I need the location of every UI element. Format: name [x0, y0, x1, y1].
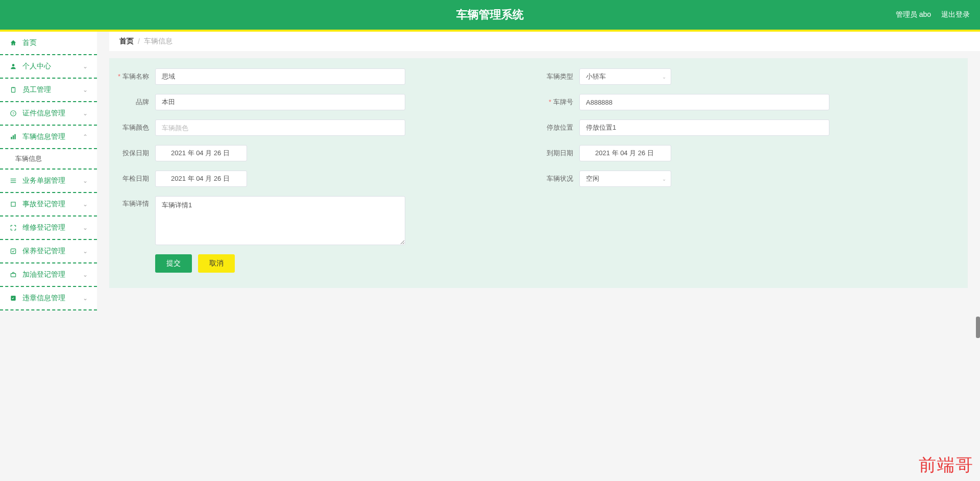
sidebar-item-repair[interactable]: 维修登记管理 ⌄ — [0, 217, 97, 240]
svg-rect-8 — [11, 180, 16, 181]
menu-icon — [9, 177, 17, 185]
user-icon — [9, 62, 17, 70]
svg-point-0 — [12, 64, 15, 66]
chevron-down-icon: ⌄ — [83, 201, 88, 208]
svg-rect-12 — [11, 274, 15, 277]
svg-rect-9 — [11, 182, 16, 183]
inspect-date-label: 年检日期 — [114, 174, 155, 183]
color-input[interactable] — [155, 119, 405, 136]
sidebar-item-label: 违章信息管理 — [22, 294, 83, 303]
sidebar-item-label: 车辆信息管理 — [22, 132, 83, 141]
sidebar-item-label: 首页 — [22, 38, 88, 47]
chevron-down-icon: ⌄ — [83, 271, 88, 278]
main-content: 首页 / 车辆信息 车辆名称 车辆类型 ⌄ — [97, 32, 980, 310]
svg-rect-5 — [13, 135, 14, 139]
breadcrumb-separator: / — [138, 37, 140, 45]
plate-label: 车牌号 — [538, 98, 579, 107]
sidebar-item-fuel[interactable]: 加油登记管理 ⌄ — [0, 263, 97, 287]
chevron-up-icon: ⌃ — [83, 133, 88, 140]
sidebar-item-label: 证件信息管理 — [22, 109, 83, 118]
inspect-date-input[interactable] — [155, 171, 247, 187]
brand-input[interactable] — [155, 94, 405, 110]
user-label[interactable]: 管理员 abo — [896, 10, 931, 19]
sidebar-item-label: 事故登记管理 — [22, 200, 83, 209]
svg-rect-7 — [11, 179, 16, 179]
park-input[interactable] — [579, 119, 829, 136]
chevron-down-icon: ⌄ — [83, 295, 88, 302]
breadcrumb-current: 车辆信息 — [144, 37, 173, 46]
color-label: 车辆颜色 — [114, 123, 155, 132]
detail-label: 车辆详情 — [114, 196, 155, 208]
insure-date-label: 投保日期 — [114, 149, 155, 158]
cancel-button[interactable]: 取消 — [198, 254, 235, 273]
sidebar-item-staff[interactable]: 员工管理 ⌄ — [0, 79, 97, 102]
header-right: 管理员 abo 退出登录 — [896, 10, 970, 19]
logout-link[interactable]: 退出登录 — [941, 10, 970, 19]
expand-icon — [9, 224, 17, 232]
expire-date-input[interactable] — [579, 145, 671, 161]
button-row: 提交 取消 — [114, 254, 963, 273]
vehicle-type-label: 车辆类型 — [538, 72, 579, 81]
form-panel: 车辆名称 车辆类型 ⌄ 品牌 车牌号 — [109, 58, 968, 288]
vehicle-name-input[interactable] — [155, 68, 405, 85]
help-icon: ? — [9, 109, 17, 117]
sidebar-item-vehicle[interactable]: 车辆信息管理 ⌃ — [0, 126, 97, 149]
app-header: 车辆管理系统 管理员 abo 退出登录 — [0, 0, 980, 32]
sidebar-item-personal[interactable]: 个人中心 ⌄ — [0, 55, 97, 79]
sidebar-item-business[interactable]: 业务单据管理 ⌄ — [0, 170, 97, 193]
status-select[interactable] — [579, 171, 671, 187]
sidebar-item-label: 保养登记管理 — [22, 247, 83, 256]
sidebar-subitem-vehicle-info[interactable]: 车辆信息 — [0, 149, 97, 170]
sidebar-item-home[interactable]: 首页 — [0, 32, 97, 55]
svg-rect-6 — [14, 134, 15, 139]
park-label: 停放位置 — [538, 123, 579, 132]
sidebar-item-label: 业务单据管理 — [22, 176, 83, 185]
vehicle-type-select[interactable] — [579, 68, 671, 85]
chevron-down-icon: ⌄ — [83, 224, 88, 231]
sidebar-item-cert[interactable]: ? 证件信息管理 ⌄ — [0, 102, 97, 126]
brand-label: 品牌 — [114, 98, 155, 107]
sidebar-item-violation[interactable]: 违章信息管理 ⌄ — [0, 287, 97, 310]
sidebar-item-maintain[interactable]: 保养登记管理 ⌄ — [0, 240, 97, 263]
vehicle-name-label: 车辆名称 — [114, 72, 155, 81]
submit-button[interactable]: 提交 — [155, 254, 192, 273]
check-list-icon — [9, 294, 17, 302]
home-icon — [9, 39, 17, 47]
sidebar-item-label: 加油登记管理 — [22, 270, 83, 279]
app-title: 车辆管理系统 — [456, 7, 524, 22]
chevron-down-icon: ⌄ — [83, 110, 88, 117]
chevron-down-icon: ⌄ — [83, 177, 88, 184]
crop-icon — [9, 200, 17, 208]
plate-input[interactable] — [579, 94, 829, 110]
breadcrumb-home[interactable]: 首页 — [119, 37, 134, 46]
sidebar-item-accident[interactable]: 事故登记管理 ⌄ — [0, 193, 97, 217]
detail-textarea[interactable] — [155, 196, 405, 245]
chevron-down-icon: ⌄ — [83, 86, 88, 93]
insure-date-input[interactable] — [155, 145, 247, 161]
chevron-down-icon: ⌄ — [83, 63, 88, 70]
briefcase-icon — [9, 271, 17, 279]
sidebar-item-label: 个人中心 — [22, 62, 83, 71]
sidebar-item-label: 员工管理 — [22, 85, 83, 94]
svg-text:?: ? — [12, 112, 14, 115]
status-label: 车辆状况 — [538, 174, 579, 183]
expire-date-label: 到期日期 — [538, 149, 579, 158]
sidebar-item-label: 维修登记管理 — [22, 223, 83, 232]
breadcrumb: 首页 / 车辆信息 — [109, 32, 980, 51]
clipboard-icon — [9, 86, 17, 94]
check-square-icon — [9, 247, 17, 255]
sidebar: 首页 个人中心 ⌄ 员工管理 ⌄ ? 证件信息管理 ⌄ 车辆信息管理 ⌃ 车辆信… — [0, 32, 97, 310]
bar-chart-icon — [9, 133, 17, 141]
svg-rect-4 — [11, 137, 12, 139]
svg-rect-11 — [11, 249, 15, 253]
chevron-down-icon: ⌄ — [83, 248, 88, 255]
svg-rect-1 — [12, 87, 15, 92]
svg-rect-10 — [11, 202, 15, 206]
